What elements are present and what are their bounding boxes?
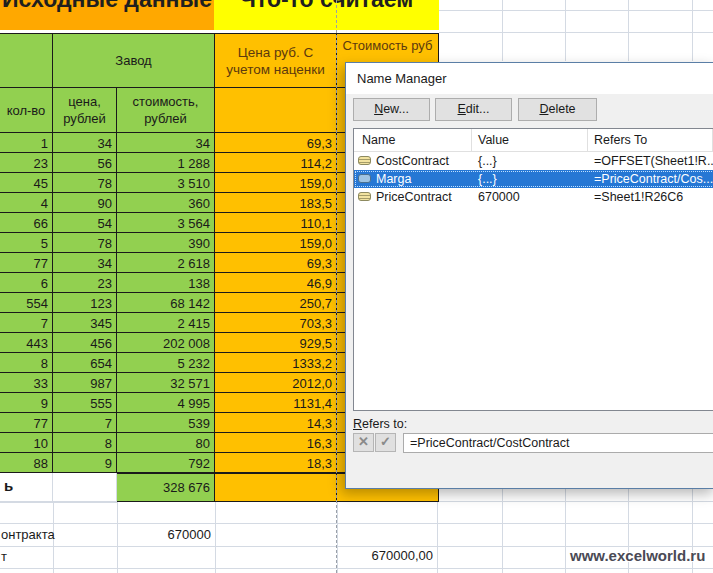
cell[interactable]: 77	[0, 253, 53, 273]
cell[interactable]: 4	[0, 193, 53, 213]
total-value-cell[interactable]: 328 676	[117, 473, 215, 502]
cell[interactable]: 80	[117, 433, 215, 453]
cell[interactable]: 33	[0, 373, 53, 393]
new-button[interactable]: New...	[353, 98, 430, 121]
cell[interactable]: 5 232	[117, 353, 215, 373]
cell[interactable]: 3 564	[117, 213, 215, 233]
cell[interactable]: 34	[117, 133, 215, 153]
header-price-markup[interactable]: Цена руб. С учетом наценки	[215, 33, 337, 88]
name-row-marga[interactable]: Marga{...}=PriceContract/Cos...	[354, 170, 713, 188]
column-header-refers-to[interactable]: Refers To	[594, 133, 647, 147]
cell[interactable]: 78	[53, 173, 117, 193]
delete-button[interactable]: Delete	[518, 98, 597, 121]
confirm-icon[interactable]: ✓	[375, 433, 396, 452]
cell[interactable]: 7	[53, 413, 117, 433]
cell[interactable]: 987	[53, 373, 117, 393]
cell[interactable]	[0, 33, 53, 88]
dialog-titlebar[interactable]: Name Manager	[346, 63, 713, 94]
column-divider[interactable]	[471, 129, 472, 151]
cell[interactable]: 1131,4	[215, 393, 337, 413]
cell[interactable]: 390	[117, 233, 215, 253]
cell[interactable]: 250,7	[215, 293, 337, 313]
cell[interactable]: 3 510	[117, 173, 215, 193]
cell[interactable]: 2012,0	[215, 373, 337, 393]
cell[interactable]: 114,2	[215, 153, 337, 173]
cell[interactable]: 183,5	[215, 193, 337, 213]
cell[interactable]: 23	[53, 273, 117, 293]
cell[interactable]: 792	[117, 453, 215, 473]
result-cell[interactable]: 670000,00	[357, 548, 433, 563]
cell[interactable]: 66	[0, 213, 53, 233]
cell[interactable]: 7	[0, 313, 53, 333]
header-price[interactable]: цена, рублей	[53, 88, 117, 133]
cell[interactable]: 4 995	[117, 393, 215, 413]
cell[interactable]: 202 008	[117, 333, 215, 353]
cell[interactable]: 554	[0, 293, 53, 313]
cell[interactable]: 45	[0, 173, 53, 193]
header-factory[interactable]: Завод	[53, 33, 215, 88]
cell[interactable]: 654	[53, 353, 117, 373]
cell[interactable]: 88	[0, 453, 53, 473]
cell[interactable]: 110,1	[215, 213, 337, 233]
cell[interactable]: 34	[53, 253, 117, 273]
cell[interactable]: 9	[53, 453, 117, 473]
banner-computed[interactable]: Что-то считаем	[214, 0, 439, 30]
header-cost-rub[interactable]: стоимость, рублей	[117, 88, 215, 133]
cell[interactable]: 2 415	[117, 313, 215, 333]
cell[interactable]: 18,3	[215, 453, 337, 473]
contract-label[interactable]: онтракта	[1, 527, 55, 542]
name-row-costcontract[interactable]: CostContract{...}=OFFSET(Sheet1!R...	[354, 152, 713, 170]
cell[interactable]: 6	[0, 273, 53, 293]
cell[interactable]: 555	[53, 393, 117, 413]
cell[interactable]: 443	[0, 333, 53, 353]
cell[interactable]: 159,0	[215, 173, 337, 193]
cell[interactable]: 2 618	[117, 253, 215, 273]
cell[interactable]: 68 142	[117, 293, 215, 313]
cell[interactable]: 46,9	[215, 273, 337, 293]
cell[interactable]: 78	[53, 233, 117, 253]
banner-source-data[interactable]: Исходные данные	[0, 0, 214, 30]
cell[interactable]: 138	[117, 273, 215, 293]
cell[interactable]: 8	[53, 433, 117, 453]
header-qty[interactable]: кол-во	[0, 88, 53, 133]
cell[interactable]: 929,5	[215, 333, 337, 353]
cell[interactable]: 9	[0, 393, 53, 413]
cell[interactable]	[215, 473, 337, 502]
partial-label[interactable]: т	[1, 549, 7, 564]
cell[interactable]	[215, 88, 337, 133]
cell[interactable]: 69,3	[215, 133, 337, 153]
cell[interactable]: 32 571	[117, 373, 215, 393]
cell[interactable]: 8	[0, 353, 53, 373]
names-list[interactable]: Name Value Refers To CostContract{...}=O…	[353, 128, 713, 411]
refers-to-input[interactable]: =PriceContract/CostContract	[403, 433, 713, 453]
cell[interactable]: 16,3	[215, 433, 337, 453]
cell[interactable]: 54	[53, 213, 117, 233]
cell[interactable]: 56	[53, 153, 117, 173]
cell[interactable]: 34	[53, 133, 117, 153]
total-label-cell[interactable]: ь	[0, 473, 53, 502]
cell[interactable]: 159,0	[215, 233, 337, 253]
cell[interactable]: 539	[117, 413, 215, 433]
cancel-icon[interactable]: ✕	[353, 433, 374, 452]
cell[interactable]: 345	[53, 313, 117, 333]
cell[interactable]: 703,3	[215, 313, 337, 333]
cell[interactable]: 5	[0, 233, 53, 253]
cell[interactable]: 90	[53, 193, 117, 213]
column-divider[interactable]	[587, 129, 588, 151]
cell[interactable]: 77	[0, 413, 53, 433]
cell[interactable]: 1333,2	[215, 353, 337, 373]
cell[interactable]: 69,3	[215, 253, 337, 273]
column-header-value[interactable]: Value	[478, 133, 509, 147]
cell[interactable]	[53, 473, 117, 502]
cell[interactable]: 1 288	[117, 153, 215, 173]
contract-value-cell[interactable]: 670000	[117, 527, 211, 542]
edit-button[interactable]: Edit...	[435, 98, 512, 121]
cell[interactable]: 360	[117, 193, 215, 213]
cell[interactable]: 456	[53, 333, 117, 353]
cell[interactable]: 14,3	[215, 413, 337, 433]
cell[interactable]: 1	[0, 133, 53, 153]
column-header-name[interactable]: Name	[362, 133, 395, 147]
name-row-pricecontract[interactable]: PriceContract670000=Sheet1!R26C6	[354, 188, 713, 206]
cell[interactable]: 123	[53, 293, 117, 313]
cell[interactable]: 23	[0, 153, 53, 173]
